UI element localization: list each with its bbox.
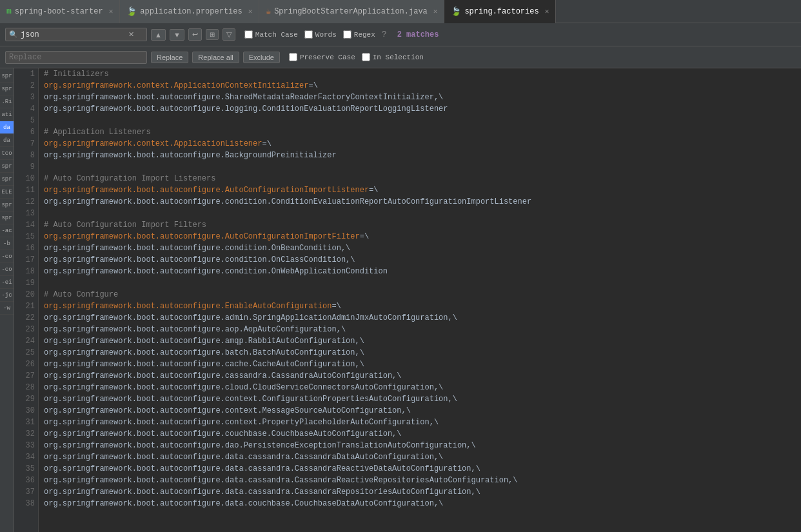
code-line-21: org.springframework.boot.autoconfigure.E… <box>44 300 801 312</box>
code-line-34: org.springframework.boot.autoconfigure.d… <box>44 451 801 463</box>
replace-input-wrap <box>5 51 147 64</box>
tab-leaf-icon-1: 🍃 <box>126 6 137 17</box>
line-number-28: 28 <box>14 382 35 393</box>
line-number-14: 14 <box>14 219 35 231</box>
code-line-35: org.springframework.boot.autoconfigure.d… <box>44 463 801 475</box>
replace-all-button[interactable]: Replace all <box>192 52 239 63</box>
tab-close-3[interactable]: ✕ <box>433 7 438 15</box>
lp-da1[interactable]: da <box>0 121 14 134</box>
code-line-7: org.springframework.context.ApplicationL… <box>44 138 801 150</box>
words-option[interactable]: Words <box>304 30 337 39</box>
filter-button[interactable]: ▽ <box>222 28 235 41</box>
line-number-10: 10 <box>14 173 35 184</box>
line-number-7: 7 <box>14 138 35 150</box>
replace-button[interactable]: Replace <box>151 52 188 63</box>
code-line-17: org.springframework.boot.autoconfigure.c… <box>44 254 801 266</box>
preserve-case-label: Preserve Case <box>300 54 355 61</box>
lp-spr3[interactable]: spr <box>0 160 14 173</box>
lp-w[interactable]: -w <box>0 302 14 315</box>
tab-close-4[interactable]: ✕ <box>545 7 549 15</box>
main-layout: spr spr .Ri ati da da tco spr spr ELE sp… <box>0 68 801 532</box>
code-line-4: org.springframework.boot.autoconfigure.l… <box>44 103 801 115</box>
tab-label-3: SpringBootStarterApplication.java <box>274 7 428 16</box>
search-input[interactable] <box>21 30 124 39</box>
words-label: Words <box>315 31 337 39</box>
multiline-button[interactable]: ⊞ <box>206 29 219 40</box>
code-area[interactable]: # Initializersorg.springframework.contex… <box>39 68 801 532</box>
regex-checkbox[interactable] <box>343 30 351 39</box>
tab-label-4: spring.factories <box>464 7 539 16</box>
lp-ac[interactable]: -ac <box>0 224 14 237</box>
lp-spr5[interactable]: spr <box>0 199 14 212</box>
code-line-11: org.springframework.boot.autoconfigure.A… <box>44 184 801 196</box>
lp-jc[interactable]: -jc <box>0 289 14 302</box>
code-line-10: # Auto Configuration Import Listeners <box>44 173 801 184</box>
tab-label-1: spring-boot-starter <box>15 7 103 16</box>
lp-tco[interactable]: tco <box>0 147 14 160</box>
code-line-36: org.springframework.boot.autoconfigure.d… <box>44 475 801 486</box>
in-selection-option[interactable]: In Selection <box>362 53 424 61</box>
match-case-option[interactable]: Match Case <box>244 30 298 39</box>
regex-label: Regex <box>354 31 375 39</box>
tab-spring-factories[interactable]: 🍃 spring.factories ✕ <box>444 0 556 23</box>
lp-ati[interactable]: ati <box>0 108 14 121</box>
line-number-32: 32 <box>14 428 35 440</box>
help-icon[interactable]: ? <box>382 30 387 39</box>
match-case-checkbox[interactable] <box>244 30 253 39</box>
lp-spr2[interactable]: spr <box>0 83 14 95</box>
line-number-37: 37 <box>14 486 35 498</box>
match-count: 2 matches <box>397 30 439 39</box>
tab-spring-boot-starter[interactable]: m spring-boot-starter ✕ <box>0 0 120 23</box>
code-line-6: # Application Listeners <box>44 126 801 138</box>
lp-ri[interactable]: .Ri <box>0 95 14 108</box>
tab-java-icon: ☕ <box>266 6 271 17</box>
words-checkbox[interactable] <box>304 30 313 39</box>
in-selection-label: In Selection <box>373 54 424 61</box>
lp-co2[interactable]: -co <box>0 263 14 276</box>
in-selection-checkbox[interactable] <box>362 53 370 61</box>
lp-spr4[interactable]: spr <box>0 173 14 186</box>
line-number-27: 27 <box>14 370 35 382</box>
code-line-31: org.springframework.boot.autoconfigure.c… <box>44 417 801 428</box>
prev-match-button[interactable]: ▲ <box>151 29 166 41</box>
code-line-3: org.springframework.boot.autoconfigure.S… <box>44 92 801 103</box>
regex-option[interactable]: Regex <box>343 30 375 39</box>
lp-da2[interactable]: da <box>0 134 14 147</box>
line-number-23: 23 <box>14 324 35 335</box>
line-number-2: 2 <box>14 80 35 92</box>
line-number-26: 26 <box>14 359 35 370</box>
line-number-31: 31 <box>14 417 35 428</box>
tab-m-icon: m <box>6 6 12 16</box>
lp-spr1[interactable]: spr <box>0 70 14 83</box>
tab-close-1[interactable]: ✕ <box>109 7 114 15</box>
preserve-case-checkbox[interactable] <box>289 53 297 61</box>
code-line-27: org.springframework.boot.autoconfigure.c… <box>44 370 801 382</box>
preserve-case-option[interactable]: Preserve Case <box>289 53 355 61</box>
next-match-button[interactable]: ▼ <box>170 29 184 41</box>
lp-ei[interactable]: -ei <box>0 276 14 289</box>
replace-input[interactable] <box>9 53 119 62</box>
code-line-33: org.springframework.boot.autoconfigure.d… <box>44 440 801 451</box>
code-line-16: org.springframework.boot.autoconfigure.c… <box>44 242 801 254</box>
tab-spring-boot-starter-application[interactable]: ☕ SpringBootStarterApplication.java ✕ <box>259 0 444 23</box>
lp-ele[interactable]: ELE <box>0 186 14 199</box>
line-number-19: 19 <box>14 277 35 289</box>
toggle-replace-button[interactable]: ↩ <box>188 28 202 41</box>
tab-application-properties[interactable]: 🍃 application.properties ✕ <box>120 0 259 23</box>
search-bar: 🔍 ✕ ▲ ▼ ↩ ⊞ ▽ Match Case Words Regex ? 2… <box>0 23 801 46</box>
tab-close-2[interactable]: ✕ <box>248 7 253 15</box>
lp-spr6[interactable]: spr <box>0 212 14 224</box>
left-panel: spr spr .Ri ati da da tco spr spr ELE sp… <box>0 68 14 532</box>
lp-co1[interactable]: -co <box>0 250 14 263</box>
code-line-14: # Auto Configuration Import Filters <box>44 219 801 231</box>
code-line-26: org.springframework.boot.autoconfigure.c… <box>44 359 801 370</box>
line-number-36: 36 <box>14 475 35 486</box>
line-number-13: 13 <box>14 208 35 219</box>
line-number-24: 24 <box>14 335 35 347</box>
lp-b[interactable]: -b <box>0 237 14 250</box>
line-number-18: 18 <box>14 266 35 277</box>
code-line-2: org.springframework.context.ApplicationC… <box>44 80 801 92</box>
line-number-11: 11 <box>14 184 35 196</box>
exclude-button[interactable]: Exclude <box>243 52 280 63</box>
clear-search-button[interactable]: ✕ <box>126 30 136 39</box>
